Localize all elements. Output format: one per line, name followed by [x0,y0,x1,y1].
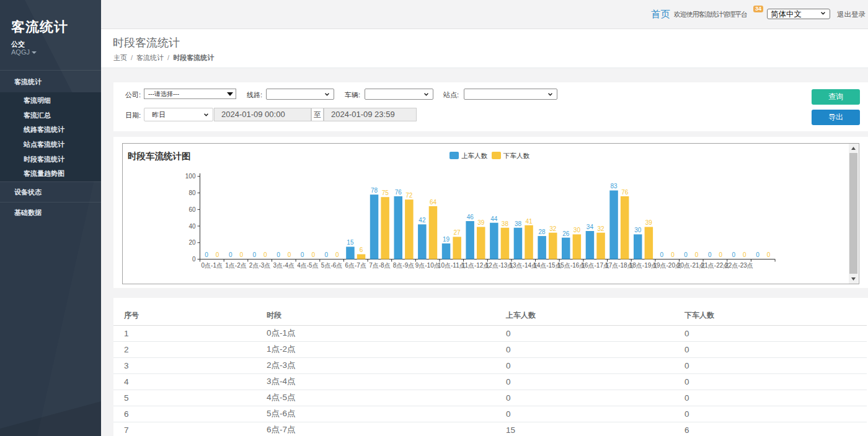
svg-text:0: 0 [325,251,329,258]
svg-text:0: 0 [695,251,699,258]
svg-text:0: 0 [311,251,315,258]
svg-text:26: 26 [562,230,570,237]
svg-text:6: 6 [360,246,363,253]
svg-text:41: 41 [526,218,533,225]
svg-text:0: 0 [719,251,723,258]
svg-text:34: 34 [587,224,594,230]
svg-text:7点-8点: 7点-8点 [369,262,390,269]
svg-text:60: 60 [188,206,196,213]
svg-text:8点-9点: 8点-9点 [393,262,414,269]
svg-text:42: 42 [418,217,426,224]
svg-text:27: 27 [454,229,461,236]
svg-text:6点-7点: 6点-7点 [345,262,366,269]
svg-text:0: 0 [229,251,232,258]
svg-text:0: 0 [253,251,257,258]
svg-text:30: 30 [634,227,642,233]
svg-text:38: 38 [515,220,522,227]
svg-text:0: 0 [767,251,771,258]
svg-text:0: 0 [264,251,267,258]
svg-text:76: 76 [395,189,402,196]
svg-text:0: 0 [205,251,208,258]
svg-text:32: 32 [597,225,604,232]
svg-text:3点-4点: 3点-4点 [273,262,294,269]
svg-text:0点-1点: 0点-1点 [202,262,223,269]
svg-text:0: 0 [684,251,688,258]
svg-text:2点-3点: 2点-3点 [249,262,270,269]
svg-text:100: 100 [185,173,196,180]
svg-text:5点-6点: 5点-6点 [321,262,342,269]
svg-text:39: 39 [645,219,653,226]
svg-text:0: 0 [660,251,664,258]
svg-text:15: 15 [347,239,354,246]
svg-text:32: 32 [549,225,557,232]
svg-text:78: 78 [371,187,378,194]
svg-text:0: 0 [335,251,339,258]
svg-text:0: 0 [756,251,760,258]
svg-text:20: 20 [188,239,196,246]
svg-text:39: 39 [477,219,485,226]
svg-text:19: 19 [443,236,450,243]
svg-text:0: 0 [671,251,675,258]
svg-text:83: 83 [611,183,618,190]
svg-text:0: 0 [288,251,291,258]
svg-text:0: 0 [216,251,219,258]
svg-text:0: 0 [301,251,304,258]
svg-text:75: 75 [382,190,389,196]
svg-text:38: 38 [502,220,509,227]
svg-text:44: 44 [490,216,498,222]
svg-text:72: 72 [405,192,413,199]
svg-text:0: 0 [240,251,244,258]
svg-text:4点-5点: 4点-5点 [297,262,318,269]
svg-text:64: 64 [430,199,437,206]
svg-text:30: 30 [574,227,581,233]
svg-text:0: 0 [732,251,736,258]
svg-text:40: 40 [188,223,196,230]
svg-text:9点-10点: 9点-10点 [415,262,440,269]
svg-text:0: 0 [277,251,280,258]
svg-text:80: 80 [188,190,196,196]
svg-text:28: 28 [539,229,546,235]
svg-text:22点-23点: 22点-23点 [725,262,753,269]
svg-text:0: 0 [743,251,746,258]
svg-text:0: 0 [192,256,196,263]
svg-text:1点-2点: 1点-2点 [225,262,246,269]
svg-text:0: 0 [708,251,712,258]
svg-text:76: 76 [621,189,629,196]
svg-text:46: 46 [467,214,474,220]
